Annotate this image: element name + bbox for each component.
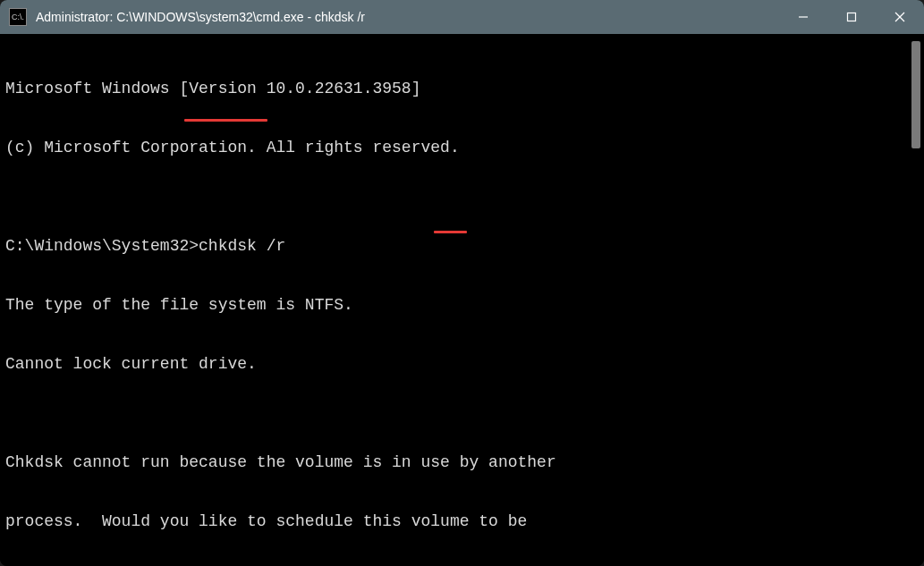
output-line: Chkdsk cannot run because the volume is …	[5, 452, 908, 472]
prompt: C:\Windows\System32>	[5, 237, 199, 255]
minimize-button[interactable]	[779, 0, 827, 34]
prompt-line: C:\Windows\System32>chkdsk /r	[5, 236, 908, 256]
close-button[interactable]	[876, 0, 924, 34]
cmd-icon: C:\.	[9, 8, 27, 26]
svg-rect-1	[848, 13, 856, 21]
maximize-button[interactable]	[827, 0, 876, 34]
cmd-window: C:\. Administrator: C:\WINDOWS\system32\…	[0, 0, 924, 566]
output-line: The type of the file system is NTFS.	[5, 295, 908, 315]
maximize-icon	[846, 12, 857, 22]
command-text: chkdsk /r	[199, 237, 285, 255]
window-title: Administrator: C:\WINDOWS\system32\cmd.e…	[36, 10, 779, 24]
terminal-content: Microsoft Windows [Version 10.0.22631.39…	[5, 39, 908, 566]
annotation-underline-response	[434, 231, 467, 233]
output-line: Microsoft Windows [Version 10.0.22631.39…	[5, 79, 908, 98]
minimize-icon	[798, 12, 809, 22]
annotation-underline-command	[184, 119, 267, 122]
terminal-body[interactable]: Microsoft Windows [Version 10.0.22631.39…	[0, 34, 924, 566]
output-line: (c) Microsoft Corporation. All rights re…	[5, 138, 908, 157]
scrollbar-thumb[interactable]	[911, 41, 920, 148]
titlebar[interactable]: C:\. Administrator: C:\WINDOWS\system32\…	[0, 0, 924, 34]
output-line: process. Would you like to schedule this…	[5, 511, 908, 531]
scrollbar[interactable]	[908, 39, 922, 566]
window-controls	[779, 0, 924, 34]
output-line: Cannot lock current drive.	[5, 354, 908, 374]
close-icon	[894, 11, 906, 23]
